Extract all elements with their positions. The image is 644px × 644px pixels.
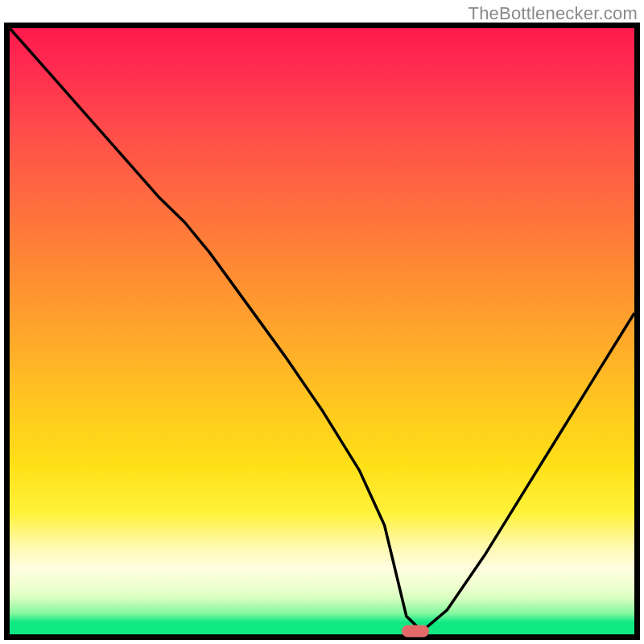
optimum-marker-icon (402, 625, 429, 638)
bottleneck-curve (10, 28, 634, 634)
attribution-label: TheBottlenecker.com (469, 3, 638, 24)
plot-area (4, 23, 640, 640)
curve-path (10, 28, 634, 631)
